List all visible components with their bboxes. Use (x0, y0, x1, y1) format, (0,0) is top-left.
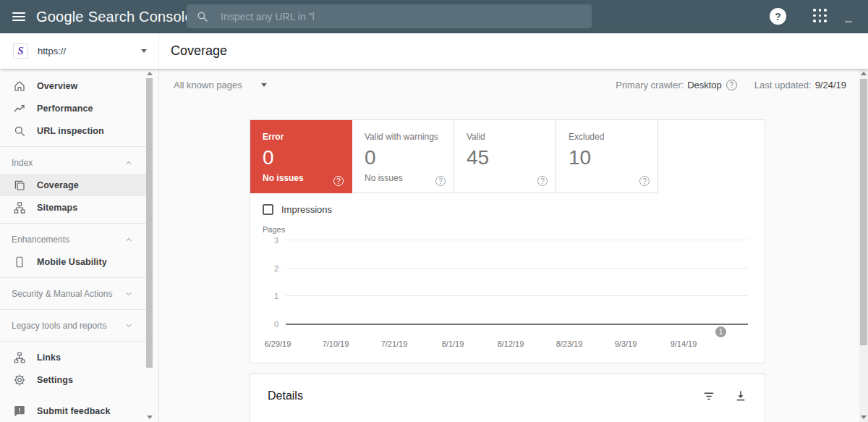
status-card-error[interactable]: Error 0 No issues ? (250, 120, 352, 193)
filter-icon[interactable] (702, 389, 715, 405)
sidebar-item-mobile-usability[interactable]: Mobile Usability (0, 250, 147, 273)
sidebar-section-enhancements[interactable]: Enhancements (0, 228, 147, 250)
sidebar-item-overview[interactable]: Overview (0, 75, 147, 97)
scroll-down-arrow[interactable] (147, 415, 153, 419)
x-tick: 8/23/19 (546, 339, 592, 348)
google-apps-grid-icon[interactable] (813, 9, 827, 23)
chart-y-axis-label: Pages (263, 225, 285, 234)
report-toolbar: All known pages Primary crawler: Desktop… (159, 69, 868, 101)
sidebar-divider (0, 341, 147, 342)
url-inspect-searchbox[interactable] (187, 4, 592, 28)
sidebar-scrollbar[interactable] (146, 69, 153, 422)
chevron-up-icon (124, 235, 133, 244)
status-card-valid-with-warnings[interactable]: Valid with warnings 0 No issues ? (352, 120, 454, 193)
logo-product-text: Search Console (88, 9, 193, 25)
sitemap-tree-icon (13, 201, 26, 214)
pages-over-time-chart: Pages 3 2 1 0 1 6/29/19 7/10/19 7/21/19 … (263, 225, 752, 354)
scroll-down-arrow[interactable] (861, 415, 867, 419)
primary-crawler-value: Desktop (687, 80, 722, 90)
help-icon[interactable]: ? (537, 176, 548, 186)
coverage-summary-card: Error 0 No issues ? Valid with warnings … (250, 119, 765, 363)
x-tick: 8/1/19 (430, 339, 476, 348)
scroll-up-arrow[interactable] (861, 72, 867, 75)
status-row-filler (658, 120, 765, 193)
impressions-label: Impressions (281, 204, 332, 215)
top-app-bar: GoogleSearch Console ? (0, 0, 868, 33)
x-tick: 9/14/19 (660, 339, 707, 348)
main-scrollbar[interactable] (859, 69, 868, 422)
property-url: https:// (38, 46, 141, 56)
sidebar-item-coverage[interactable]: Coverage (0, 174, 147, 196)
avatar-placeholder[interactable] (845, 21, 852, 22)
impressions-checkbox[interactable] (263, 204, 273, 215)
sidebar: Overview Performance URL inspection Inde… (0, 69, 159, 422)
chart-annotation-badge[interactable]: 1 (715, 326, 726, 337)
property-favicon: S (13, 43, 28, 59)
help-question-glyph: ? (775, 11, 781, 22)
sidebar-item-submit-feedback[interactable]: Submit feedback (0, 400, 147, 422)
property-selector[interactable]: S https:// (0, 33, 159, 69)
sidebar-scrollbar-thumb[interactable] (146, 78, 153, 368)
home-icon (13, 80, 26, 93)
x-tick: 8/12/19 (488, 339, 534, 348)
sidebar-item-url-inspection[interactable]: URL inspection (0, 119, 147, 142)
crawler-help-icon[interactable]: ? (726, 80, 737, 90)
performance-chart-icon (13, 102, 26, 115)
magnifier-icon (13, 125, 26, 138)
gridline-2: 2 (263, 268, 752, 269)
page-title: Coverage (171, 43, 227, 59)
help-icon[interactable]: ? (639, 176, 650, 186)
x-tick: 9/3/19 (603, 339, 649, 348)
main-scrollbar-thumb[interactable] (860, 79, 867, 345)
chevron-up-icon (124, 159, 133, 167)
main-content: All known pages Primary crawler: Desktop… (159, 69, 868, 422)
status-card-valid[interactable]: Valid 45 ? (454, 120, 556, 193)
sidebar-section-legacy-tools[interactable]: Legacy tools and reports (0, 314, 147, 337)
help-icon[interactable]: ? (333, 176, 344, 186)
impressions-toggle[interactable]: Impressions (263, 204, 765, 215)
url-inspect-input[interactable] (219, 10, 582, 23)
scroll-up-arrow[interactable] (147, 72, 153, 75)
sidebar-divider (0, 309, 147, 310)
scope-filter-dropdown[interactable]: All known pages (174, 80, 267, 90)
chevron-down-icon (261, 83, 267, 87)
coverage-pages-icon (13, 179, 26, 192)
x-tick: 7/21/19 (371, 339, 417, 348)
sidebar-item-performance[interactable]: Performance (0, 97, 147, 119)
chevron-down-icon (124, 290, 133, 298)
search-icon (196, 10, 208, 22)
sidebar-divider (0, 146, 147, 147)
help-button[interactable]: ? (770, 8, 786, 25)
sidebar-item-links[interactable]: Links (0, 346, 147, 368)
chevron-down-icon (141, 49, 147, 53)
last-updated-value: 9/24/19 (815, 80, 846, 90)
status-card-excluded[interactable]: Excluded 10 ? (556, 120, 658, 193)
toolbar-status: Primary crawler: Desktop ? Last updated:… (616, 80, 846, 90)
sidebar-divider (0, 277, 147, 278)
mobile-phone-icon (13, 256, 26, 269)
logo-google-text: Google (36, 9, 84, 25)
sidebar-section-security-manual-actions[interactable]: Security & Manual Actions (0, 282, 147, 305)
sidebar-item-sitemaps[interactable]: Sitemaps (0, 196, 147, 219)
feedback-icon (13, 405, 26, 418)
hamburger-menu-icon[interactable] (12, 10, 25, 23)
x-tick: 7/10/19 (312, 339, 359, 348)
gridline-1: 1 (263, 295, 752, 297)
details-card: Details (250, 374, 765, 422)
x-tick: 6/29/19 (255, 339, 301, 348)
sidebar-section-index[interactable]: Index (0, 151, 147, 174)
details-title: Details (268, 389, 303, 422)
app-logo: GoogleSearch Console (36, 9, 193, 25)
zero-baseline-error-series: 0 (263, 324, 752, 325)
help-icon[interactable]: ? (435, 176, 446, 186)
gridline-3: 3 (263, 240, 752, 241)
primary-crawler-label: Primary crawler: (616, 80, 684, 90)
page-header-bar: S https:// Coverage (0, 33, 868, 69)
links-tree-icon (13, 351, 26, 364)
download-icon[interactable] (734, 389, 747, 405)
sidebar-divider (0, 223, 147, 224)
sidebar-item-settings[interactable]: Settings (0, 368, 147, 391)
gear-icon (13, 374, 26, 387)
status-card-row: Error 0 No issues ? Valid with warnings … (250, 120, 765, 193)
chevron-down-icon (124, 321, 133, 330)
